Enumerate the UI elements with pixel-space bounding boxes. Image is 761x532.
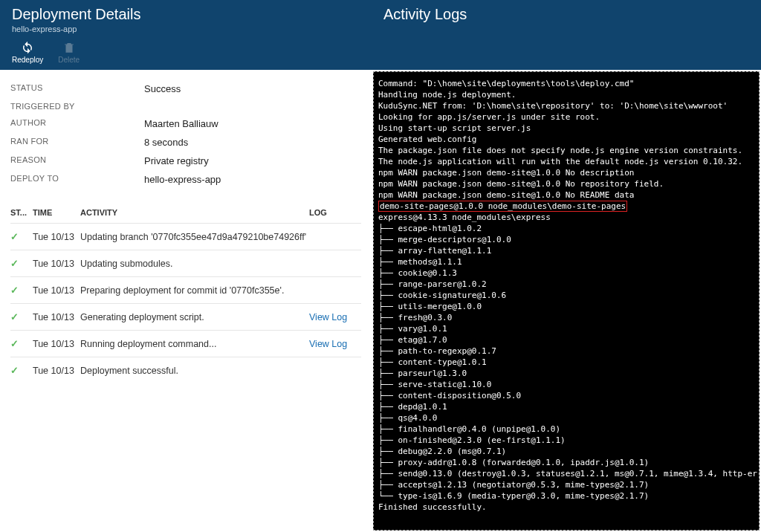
redeploy-icon: [21, 41, 34, 54]
col-time-head: TIME: [33, 208, 80, 217]
check-icon: ✓: [10, 365, 19, 376]
deployment-details-panel: Deployment Details hello-express-app Red…: [0, 0, 372, 532]
table-row: ✓Tue 10/13Updating submodules.: [10, 250, 361, 276]
row-activity: Updating submodules.: [80, 259, 309, 269]
check-icon: ✓: [10, 311, 19, 322]
table-row: ✓Tue 10/13Preparing deployment for commi…: [10, 276, 361, 303]
check-icon: ✓: [10, 338, 19, 349]
right-header: Activity Logs: [372, 0, 761, 70]
reason-label: REASON: [10, 155, 144, 166]
console-post: express@4.13.3 node_modules\express ├── …: [378, 213, 760, 512]
author-label: AUTHOR: [10, 118, 144, 129]
logs-title: Activity Logs: [383, 6, 749, 23]
col-log-head: LOG: [309, 208, 361, 217]
view-log-link[interactable]: View Log: [309, 339, 347, 349]
row-time: Tue 10/13: [33, 339, 80, 349]
table-header: ST... TIME ACTIVITY LOG: [10, 200, 361, 223]
table-row: ✓Tue 10/13Generating deployment script.V…: [10, 303, 361, 330]
row-time: Tue 10/13: [33, 232, 80, 242]
activity-table: ST... TIME ACTIVITY LOG ✓Tue 10/13Updati…: [0, 200, 372, 383]
row-time: Tue 10/13: [33, 285, 80, 296]
redeploy-button[interactable]: Redeploy: [12, 41, 43, 64]
ranfor-value: 8 seconds: [144, 137, 188, 148]
table-row: ✓Tue 10/13Deployment successful.: [10, 357, 361, 383]
row-activity: Running deployment command...: [80, 339, 309, 349]
col-activity-head: ACTIVITY: [80, 208, 309, 217]
console-highlight: demo-site-pages@1.0.0 node_modules\demo-…: [378, 201, 627, 212]
left-header: Deployment Details hello-express-app Red…: [0, 0, 372, 70]
check-icon: ✓: [10, 285, 19, 296]
col-status-head: ST...: [10, 208, 33, 217]
row-time: Tue 10/13: [33, 366, 80, 376]
table-row: ✓Tue 10/13Updating branch '0770fc355ee47…: [10, 223, 361, 250]
page-title: Deployment Details: [12, 6, 360, 23]
delete-icon: [62, 41, 76, 54]
console-output[interactable]: Command: "D:\home\site\deployments\tools…: [373, 71, 760, 531]
row-time: Tue 10/13: [33, 259, 80, 269]
delete-button[interactable]: Delete: [58, 41, 80, 64]
status-label: STATUS: [10, 83, 144, 94]
details-section: STATUSSuccess TRIGGERED BY AUTHORMaarten…: [0, 70, 372, 200]
row-activity: Updating branch '0770fc355ee47d9a479210b…: [80, 232, 309, 242]
activity-logs-panel: Activity Logs Command: "D:\home\site\dep…: [372, 0, 761, 532]
check-icon: ✓: [10, 258, 19, 269]
deployto-value: hello-express-app: [144, 174, 221, 185]
row-time: Tue 10/13: [33, 312, 80, 322]
console-pre: Command: "D:\home\site\deployments\tools…: [378, 79, 742, 200]
triggered-label: TRIGGERED BY: [10, 102, 144, 111]
reason-value: Private registry: [144, 155, 209, 166]
row-activity: Generating deployment script.: [80, 312, 309, 322]
row-activity: Deployment successful.: [80, 366, 309, 376]
table-row: ✓Tue 10/13Running deployment command...V…: [10, 330, 361, 357]
deployto-label: DEPLOY TO: [10, 174, 144, 185]
app-name: hello-express-app: [12, 25, 360, 33]
check-icon: ✓: [10, 231, 19, 242]
row-activity: Preparing deployment for commit id '0770…: [80, 285, 309, 296]
author-value: Maarten Balliauw: [144, 118, 218, 129]
view-log-link[interactable]: View Log: [309, 312, 347, 322]
status-value: Success: [144, 83, 181, 94]
ranfor-label: RAN FOR: [10, 137, 144, 148]
